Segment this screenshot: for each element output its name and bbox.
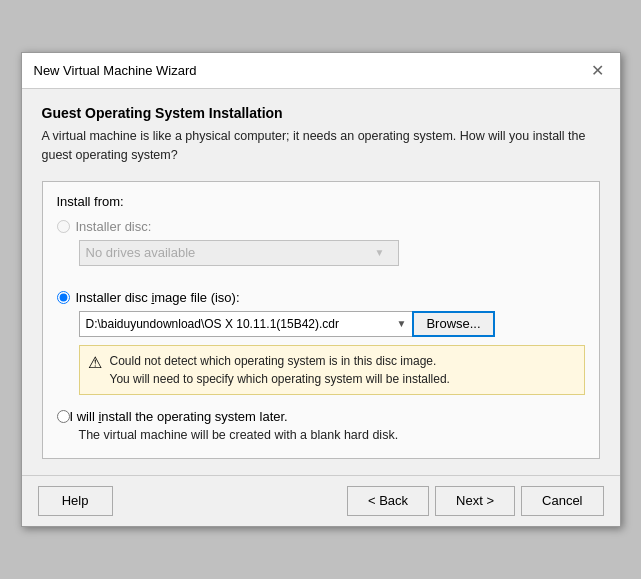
install-later-radio-row: I will install the operating system late… — [57, 409, 585, 424]
install-later-radio[interactable] — [57, 410, 70, 423]
installer-disc-radio[interactable] — [57, 220, 70, 233]
description-text: A virtual machine is like a physical com… — [42, 127, 600, 165]
warning-text: Could not detect which operating system … — [110, 352, 450, 388]
disc-drive-dropdown[interactable]: No drives available — [79, 240, 399, 266]
navigation-buttons: < Back Next > Cancel — [347, 486, 604, 516]
warning-box: ⚠ Could not detect which operating syste… — [79, 345, 585, 395]
install-later-label: I will install the operating system late… — [70, 409, 288, 424]
warning-icon: ⚠ — [88, 353, 102, 372]
installer-disc-radio-row: Installer disc: — [57, 219, 585, 234]
button-bar: Help < Back Next > Cancel — [22, 475, 620, 526]
dialog-title: New Virtual Machine Wizard — [34, 63, 197, 78]
install-from-label: Install from: — [57, 194, 585, 209]
dialog-content: Guest Operating System Installation A vi… — [22, 89, 620, 475]
installer-disc-label: Installer disc: — [76, 219, 152, 234]
install-later-description: The virtual machine will be created with… — [79, 428, 585, 442]
dialog-window: New Virtual Machine Wizard ✕ Guest Opera… — [21, 52, 621, 527]
cancel-button[interactable]: Cancel — [521, 486, 603, 516]
iso-path-dropdown[interactable]: D:\baiduyundownload\OS X 10.11.1(15B42).… — [79, 311, 419, 337]
install-underline-i: i — [98, 409, 101, 424]
no-drives-row: No drives available ▼ — [79, 240, 585, 266]
close-button[interactable]: ✕ — [588, 61, 608, 81]
installer-iso-label: Installer disc image file (iso): — [76, 290, 240, 305]
iso-file-row: D:\baiduyundownload\OS X 10.11.1(15B42).… — [79, 311, 585, 337]
install-from-section: Install from: Installer disc: No drives … — [42, 181, 600, 459]
browse-button[interactable]: Browse... — [412, 311, 494, 337]
installer-iso-radio[interactable] — [57, 291, 70, 304]
back-button[interactable]: < Back — [347, 486, 429, 516]
iso-underline-i: i — [151, 290, 154, 305]
help-button[interactable]: Help — [38, 486, 113, 516]
installer-iso-radio-row: Installer disc image file (iso): — [57, 290, 585, 305]
next-button[interactable]: Next > — [435, 486, 515, 516]
title-bar: New Virtual Machine Wizard ✕ — [22, 53, 620, 89]
section-title: Guest Operating System Installation — [42, 105, 600, 121]
